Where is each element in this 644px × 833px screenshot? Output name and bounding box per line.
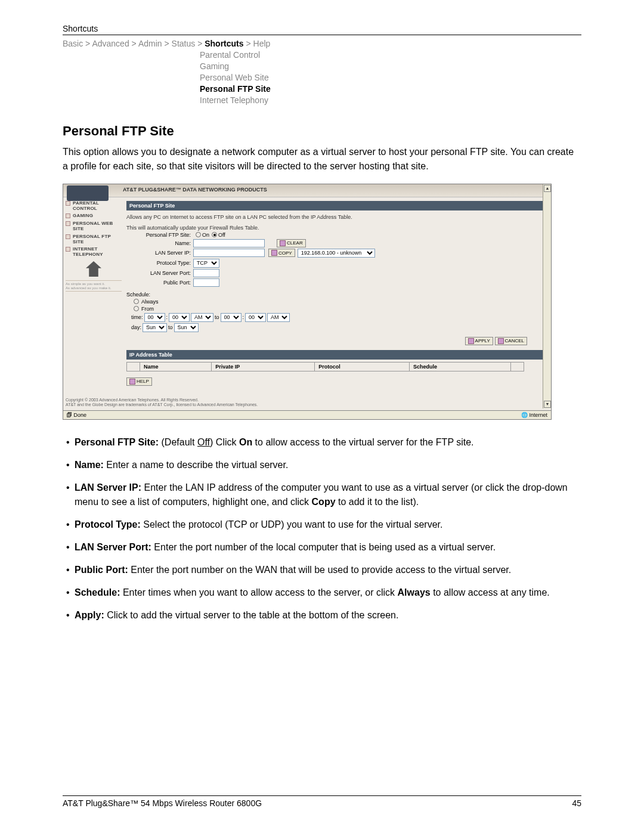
submenu-telephony[interactable]: Internet Telephony — [200, 95, 581, 106]
schedule-label: Schedule: — [126, 292, 545, 298]
lanport-label: LAN Server Port: — [126, 270, 193, 276]
intro-text: This option allows you to designate a ne… — [63, 145, 581, 172]
scrollbar[interactable]: ▲ ▼ — [543, 184, 551, 408]
cancel-button[interactable]: CANCEL — [495, 337, 527, 345]
lanip-input[interactable] — [193, 249, 265, 257]
square-icon — [66, 234, 70, 239]
radio-always[interactable] — [134, 299, 139, 304]
submenu-ftp: Personal FTP Site — [200, 83, 581, 95]
day-to[interactable]: Sun — [174, 323, 199, 332]
lanport-input[interactable] — [193, 269, 219, 277]
apply-button[interactable]: APPLY — [465, 337, 493, 345]
time-to-h[interactable]: 00 — [221, 313, 242, 322]
firewall-note: This will automatically update your Fire… — [126, 225, 545, 231]
panel-header: Personal FTP Site — [126, 201, 545, 210]
sidebar-item-ftp[interactable]: PERSONAL FTP SITE — [66, 234, 122, 245]
time-from-ap[interactable]: AM — [191, 313, 213, 322]
time-from-m[interactable]: 00 — [169, 313, 190, 322]
proto-label: Protocol Type: — [126, 260, 193, 266]
col-pip: Private IP — [212, 362, 315, 371]
pubport-label: Public Port: — [126, 280, 193, 286]
toggle-label: Personal FTP Site: — [126, 232, 193, 238]
brand-bar: AT&T PLUG&SHARE™ DATA NETWORKING PRODUCT… — [63, 184, 551, 197]
ip-table-header: IP Address Table — [126, 350, 545, 360]
sidebar-item-web[interactable]: PERSONAL WEB SITE — [66, 221, 122, 232]
time-to-ap[interactable]: AM — [267, 313, 290, 322]
scroll-down-icon[interactable]: ▼ — [544, 401, 551, 408]
footer-page: 45 — [572, 798, 581, 808]
submenu-web[interactable]: Personal Web Site — [200, 72, 581, 83]
breadcrumb: Basic > Advanced > Admin > Status > Shor… — [63, 39, 581, 48]
screenshot-main: Personal FTP Site Allows any PC on Inter… — [124, 197, 551, 392]
embedded-screenshot: AT&T PLUG&SHARE™ DATA NETWORKING PRODUCT… — [63, 184, 552, 420]
att-logo — [67, 185, 109, 201]
house-graphic — [66, 261, 122, 278]
page-section-header: Shortcuts — [63, 24, 581, 35]
crumb-shortcuts: Shortcuts — [205, 39, 243, 48]
page-footer: AT&T Plug&Share™ 54 Mbps Wireless Router… — [63, 795, 581, 808]
field-descriptions: •Personal FTP Site: (Default Off) Click … — [63, 435, 581, 623]
day-row: day: Sun to Sun — [131, 323, 545, 332]
submenu-parental[interactable]: Parental Control — [200, 49, 581, 61]
status-done: 🗐 Done — [67, 412, 86, 418]
sidebar-item-gaming[interactable]: GAMING — [66, 213, 122, 219]
clear-button[interactable]: CLEAR — [277, 239, 306, 247]
radio-from[interactable] — [134, 306, 139, 311]
sidebar-item-telephony[interactable]: INTERNET TELEPHONY — [66, 247, 122, 258]
help-button[interactable]: HELP — [126, 377, 152, 386]
ip-address-table: Name Private IP Protocol Schedule — [126, 362, 524, 371]
time-from-h[interactable]: 00 — [144, 313, 165, 322]
name-label: Name: — [126, 240, 193, 246]
copyright-text: Copyright © 2003 Advanced American Telep… — [66, 398, 549, 408]
crumb-help[interactable]: Help — [253, 39, 271, 48]
protocol-select[interactable]: TCP — [193, 259, 219, 268]
time-to-m[interactable]: 00 — [245, 313, 266, 322]
crumb-admin[interactable]: Admin — [138, 39, 162, 48]
copy-button[interactable]: COPY — [268, 249, 295, 257]
house-icon — [86, 261, 101, 277]
panel-description: Allows any PC on Internet to access FTP … — [126, 214, 545, 220]
day-from[interactable]: Sun — [143, 323, 167, 332]
radio-off[interactable] — [212, 232, 217, 237]
shortcuts-submenu: Parental Control Gaming Personal Web Sit… — [200, 49, 581, 106]
status-internet: 🌐 Internet — [521, 412, 547, 418]
square-icon — [66, 201, 70, 206]
name-input[interactable] — [193, 239, 265, 247]
ip-select[interactable]: 192.168.0.100 - unknown — [298, 249, 375, 258]
toggle-row: Personal FTP Site: On Off — [126, 232, 545, 238]
crumb-basic[interactable]: Basic — [63, 39, 83, 48]
screenshot-sidebar: PARENTAL CONTROL GAMING PERSONAL WEB SIT… — [63, 197, 124, 392]
tagline: As simple as you want it.As advanced as … — [66, 280, 122, 292]
time-row: time: 00 : 00 AM to 00 : 00 AM — [131, 313, 545, 322]
square-icon — [66, 247, 70, 252]
scroll-up-icon[interactable]: ▲ — [544, 185, 551, 192]
sidebar-item-parental[interactable]: PARENTAL CONTROL — [66, 201, 122, 212]
radio-on[interactable] — [196, 232, 201, 237]
submenu-gaming[interactable]: Gaming — [200, 61, 581, 72]
page-title: Personal FTP Site — [63, 123, 581, 139]
footer-product: AT&T Plug&Share™ 54 Mbps Wireless Router… — [63, 798, 262, 808]
crumb-status[interactable]: Status — [172, 39, 196, 48]
pubport-input[interactable] — [193, 278, 219, 287]
status-bar: 🗐 Done 🌐 Internet — [63, 410, 551, 419]
crumb-advanced[interactable]: Advanced — [92, 39, 129, 48]
square-icon — [66, 213, 70, 218]
col-proto: Protocol — [315, 362, 410, 371]
lanip-label: LAN Server IP: — [126, 250, 193, 256]
col-name: Name — [140, 362, 212, 371]
col-sched: Schedule — [409, 362, 510, 371]
square-icon — [66, 221, 70, 226]
